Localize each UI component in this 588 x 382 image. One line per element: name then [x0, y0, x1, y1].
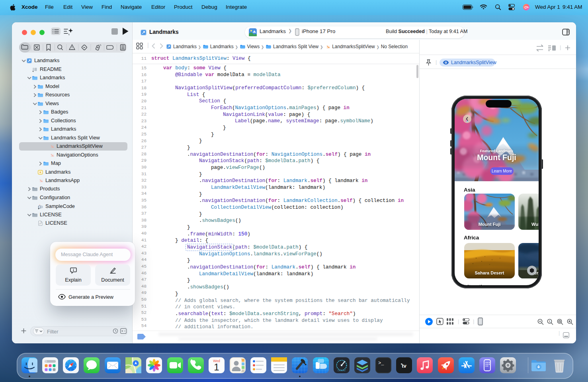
svg-text:1: 1: [549, 319, 551, 323]
svg-text:1: 1: [214, 362, 219, 372]
svg-text:tv: tv: [402, 363, 406, 369]
svg-text:0 1 2 3 4 5 6: 0 1 2 3 4 5 6: [338, 370, 346, 372]
svg-text:>_: >_: [378, 360, 384, 366]
